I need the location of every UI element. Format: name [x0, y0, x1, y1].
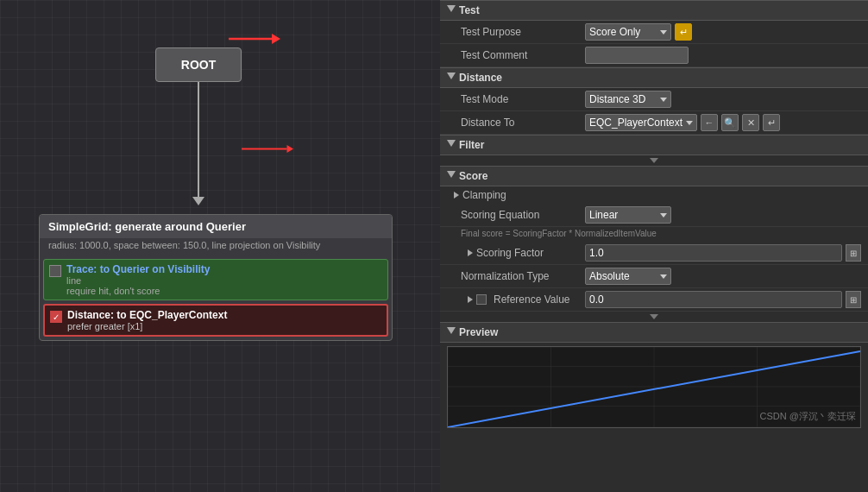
grid-node-subheader: radius: 1000.0, space between: 150.0, li… [40, 238, 392, 255]
distance-header-label: Distance [459, 72, 502, 84]
scoring-factor-triangle [468, 249, 473, 256]
trace-item-label: Trace: to Querier on Visibility [66, 263, 211, 275]
svg-marker-3 [287, 145, 294, 153]
test-mode-row: Test Mode Distance 3D [440, 88, 868, 111]
scoring-equation-dropdown-value: Linear [589, 209, 618, 221]
normalization-type-row: Normalization Type Absolute [440, 265, 868, 288]
root-node[interactable]: ROOT [155, 47, 242, 82]
reference-value-row: Reference Value ⊞ [440, 288, 868, 312]
normalization-type-dropdown-arrow [660, 274, 667, 279]
scoring-factor-input[interactable] [585, 244, 842, 262]
right-panel: Test Test Purpose Score Only ↵ Test Comm… [440, 0, 868, 492]
connector-line [198, 82, 199, 199]
ref-value-checkbox[interactable] [476, 294, 487, 305]
distance-to-search-btn[interactable]: 🔍 [721, 114, 739, 131]
preview-section-header: Preview [440, 322, 868, 343]
test-mode-dropdown-arrow [660, 98, 667, 102]
scoring-factor-value: ⊞ [585, 244, 861, 262]
filter-expand-icon [650, 158, 658, 163]
normalization-type-value: Absolute [585, 268, 861, 285]
red-arrow-2 [242, 134, 293, 177]
score-header-label: Score [459, 170, 487, 182]
test-purpose-row: Test Purpose Score Only ↵ [440, 21, 868, 44]
trace-checkbox[interactable] [49, 265, 61, 277]
scoring-equation-label: Scoring Equation [447, 209, 585, 221]
distance-to-arrow-btn[interactable]: ← [701, 114, 718, 131]
test-comment-row: Test Comment [440, 44, 868, 67]
distance-to-dropdown-arrow [686, 121, 693, 125]
score-expand-row [440, 312, 868, 322]
filter-triangle [447, 140, 456, 151]
distance-to-extra-btn[interactable]: ↵ [763, 114, 780, 131]
distance-section-header: Distance [440, 67, 868, 88]
distance-to-clear-btn[interactable]: ✕ [742, 114, 759, 131]
reference-value-input[interactable] [585, 291, 842, 308]
test-purpose-dropdown-value: Score Only [589, 26, 640, 38]
score-section-header: Score [440, 166, 868, 186]
scoring-factor-label: Scoring Factor [447, 247, 585, 259]
filter-header-label: Filter [459, 139, 484, 151]
test-section-header: Test [440, 0, 868, 21]
grid-node-header: SimpleGrid: generate around Querier [40, 215, 392, 238]
test-comment-label: Test Comment [447, 49, 585, 61]
normalization-type-dropdown[interactable]: Absolute [585, 268, 671, 285]
test-purpose-value: Score Only ↵ [585, 23, 861, 41]
preview-triangle [447, 327, 456, 338]
score-triangle [447, 171, 456, 182]
red-arrow-1 [229, 26, 280, 52]
preview-header-label: Preview [459, 326, 498, 338]
test-triangle [447, 5, 456, 16]
clamping-row: Clamping [440, 186, 868, 204]
grid-node: SimpleGrid: generate around Querier radi… [39, 214, 393, 341]
ref-value-triangle [468, 296, 473, 303]
distance-to-label: Distance To [447, 117, 585, 129]
reference-value-label: Reference Value [447, 293, 585, 306]
watermark: CSDN @浮沉丶奕迁琛 [760, 410, 856, 423]
preview-canvas: CSDN @浮沉丶奕迁琛 [447, 346, 861, 428]
test-mode-label: Test Mode [447, 93, 585, 105]
score-expand-icon [650, 314, 658, 319]
normalization-type-dropdown-value: Absolute [589, 270, 630, 282]
scoring-equation-dropdown-arrow [660, 213, 667, 218]
distance-to-value: EQC_PlayerContext ← 🔍 ✕ ↵ [585, 114, 861, 131]
reference-value-expand-btn[interactable]: ⊞ [846, 291, 861, 308]
reference-value-input-area: ⊞ [585, 291, 861, 308]
filter-expand-row [440, 155, 868, 166]
clamping-label: Clamping [462, 189, 506, 201]
scoring-factor-row: Scoring Factor ⊞ [440, 242, 868, 265]
scoring-equation-value: Linear [585, 206, 861, 224]
distance-item-sub: prefer greater [x1] [67, 321, 227, 331]
scoring-factor-expand-btn[interactable]: ⊞ [846, 244, 861, 262]
distance-checkbox[interactable]: ✓ [50, 311, 62, 323]
svg-marker-1 [272, 34, 280, 44]
trace-item: Trace: to Querier on Visibility line req… [43, 259, 388, 300]
root-node-label: ROOT [181, 58, 216, 72]
filter-section-header: Filter [440, 135, 868, 155]
clamping-triangle [454, 192, 459, 199]
test-purpose-dropdown[interactable]: Score Only [585, 23, 671, 41]
left-panel: ROOT SimpleGrid: generate around Querier… [0, 0, 440, 492]
trace-item-sub1: line [66, 275, 211, 286]
test-comment-input[interactable] [585, 47, 689, 64]
test-header-label: Test [459, 4, 480, 16]
normalization-type-label: Normalization Type [447, 270, 585, 282]
distance-to-dropdown[interactable]: EQC_PlayerContext [585, 114, 697, 131]
test-purpose-label: Test Purpose [447, 26, 585, 38]
connector-arrow [192, 197, 204, 205]
test-mode-dropdown[interactable]: Distance 3D [585, 91, 671, 108]
test-mode-value: Distance 3D [585, 91, 861, 108]
formula-text: Final score = ScoringFactor * Normalized… [440, 227, 868, 242]
test-comment-value [585, 47, 861, 64]
trace-item-sub2: require hit, don't score [66, 286, 211, 296]
test-purpose-dropdown-arrow [660, 30, 667, 35]
scoring-equation-dropdown[interactable]: Linear [585, 206, 671, 224]
test-purpose-icon-btn[interactable]: ↵ [675, 23, 692, 41]
scoring-equation-row: Scoring Equation Linear [440, 204, 868, 227]
test-purpose-icon: ↵ [680, 27, 688, 38]
distance-triangle [447, 73, 456, 84]
distance-to-dropdown-value: EQC_PlayerContext [589, 117, 682, 129]
distance-to-row: Distance To EQC_PlayerContext ← 🔍 ✕ ↵ [440, 111, 868, 135]
test-mode-dropdown-value: Distance 3D [589, 93, 645, 105]
distance-item: ✓ Distance: to EQC_PlayerContext prefer … [43, 304, 388, 337]
distance-item-label: Distance: to EQC_PlayerContext [67, 309, 227, 321]
